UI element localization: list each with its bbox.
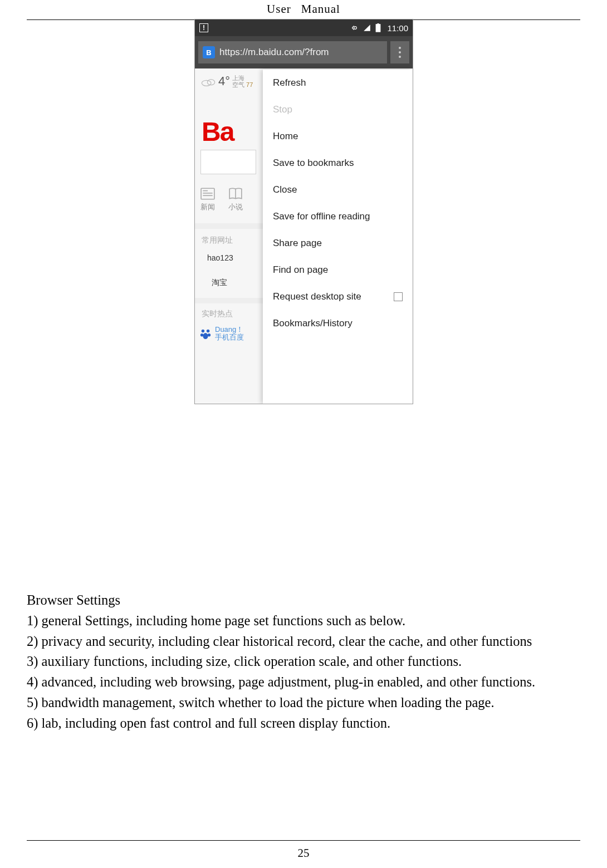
weather-widget[interactable]: 4° 上海 空气 77: [200, 74, 253, 89]
baidu-logo: Ba: [202, 116, 233, 147]
body-line-1: 1) general Settings, including home page…: [27, 611, 580, 631]
menu-share[interactable]: Share page: [263, 230, 413, 257]
section-common-sites: 常用网址: [202, 236, 233, 246]
url-bar: B https://m.baidu.com/?from: [195, 36, 413, 68]
nav-novel[interactable]: 小说: [228, 188, 243, 212]
body-line-3: 3) auxiliary functions, including size, …: [27, 651, 580, 672]
overflow-menu: Refresh Stop Home Save to bookmarks Clos…: [263, 70, 413, 404]
news-icon: [200, 188, 215, 200]
body-line-4: 4) advanced, including web browsing, pag…: [27, 672, 580, 693]
notification-icon: !: [199, 23, 208, 32]
svg-rect-5: [201, 188, 214, 199]
paw-icon: [199, 327, 212, 340]
body-line-5: 5) bandwidth management, switch whether …: [27, 693, 580, 713]
body-line-6: 6) lab, including open fast control and …: [27, 713, 580, 734]
status-clock: 11:00: [387, 23, 408, 33]
site-favicon-icon: B: [203, 46, 215, 58]
nav-news-label: 新闻: [200, 202, 215, 212]
search-input[interactable]: [200, 150, 256, 174]
cloud-icon: [200, 76, 216, 87]
svg-point-11: [207, 330, 210, 333]
overflow-menu-button[interactable]: [390, 41, 409, 63]
body-heading: Browser Settings: [27, 590, 580, 611]
menu-bookmarks-history[interactable]: Bookmarks/History: [263, 310, 413, 337]
svg-point-10: [202, 330, 205, 333]
weather-aqi-label: 空气: [232, 81, 244, 88]
header-right: Manual: [301, 2, 340, 16]
header-left: User: [267, 2, 291, 16]
weather-temp: 4°: [218, 74, 230, 89]
battery-icon: [375, 23, 381, 32]
checkbox-icon[interactable]: [394, 292, 403, 301]
page-footer: 25: [27, 840, 580, 860]
promo-line1: Duang！: [215, 326, 244, 334]
location-icon: [351, 24, 359, 32]
page-number: 25: [298, 846, 310, 860]
svg-rect-1: [376, 24, 380, 32]
svg-point-0: [354, 27, 357, 30]
nav-novel-label: 小说: [228, 202, 243, 212]
promo-line2: 手机百度: [215, 334, 244, 341]
page-header: UserManual: [27, 0, 580, 20]
menu-refresh[interactable]: Refresh: [263, 70, 413, 96]
menu-request-desktop[interactable]: Request desktop site: [263, 283, 413, 310]
url-field[interactable]: B https://m.baidu.com/?from: [198, 41, 387, 63]
weather-aqi-value: 77: [246, 81, 253, 88]
body-line-2: 2) privacy and security, including clear…: [27, 631, 580, 652]
status-bar: ! 11:00: [195, 19, 413, 36]
url-text: https://m.baidu.com/?from: [219, 47, 329, 58]
weather-city: 上海: [232, 75, 253, 81]
phone-screenshot: ! 11:00 B https://m.baidu.com/?from 4°: [194, 19, 413, 404]
link-hao123[interactable]: hao123: [207, 253, 233, 262]
svg-rect-2: [378, 23, 379, 24]
svg-point-14: [203, 333, 208, 339]
menu-save-offline[interactable]: Save for offline reading: [263, 203, 413, 230]
menu-save-bookmark[interactable]: Save to bookmarks: [263, 150, 413, 176]
nav-news[interactable]: 新闻: [200, 188, 215, 212]
link-taobao[interactable]: 淘宝: [212, 278, 227, 288]
menu-home[interactable]: Home: [263, 123, 413, 150]
baidu-app-promo[interactable]: Duang！ 手机百度: [199, 326, 244, 342]
book-icon: [228, 188, 243, 200]
menu-close[interactable]: Close: [263, 176, 413, 203]
signal-icon: [363, 24, 371, 32]
menu-find[interactable]: Find on page: [263, 257, 413, 283]
body-text: Browser Settings 1) general Settings, in…: [27, 590, 580, 733]
section-hot: 实时热点: [202, 309, 233, 319]
menu-stop: Stop: [263, 96, 413, 123]
